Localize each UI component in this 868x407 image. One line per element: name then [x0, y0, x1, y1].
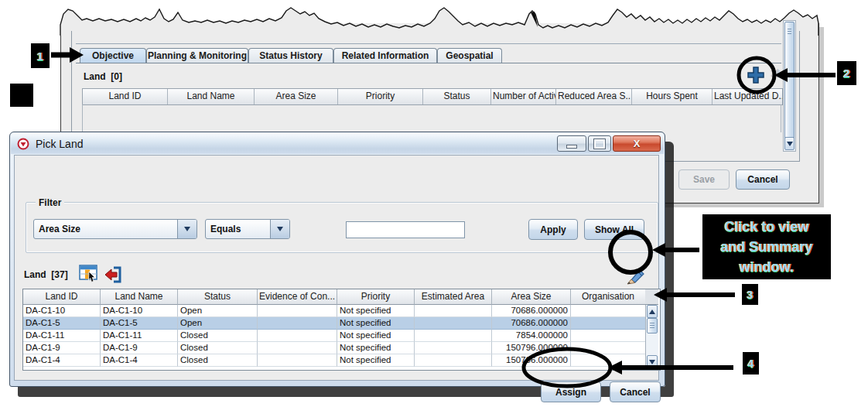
apply-button[interactable]: Apply — [528, 219, 578, 240]
table-row[interactable]: DA-C1-11 DA-C1-11 Closed Not specified 7… — [23, 330, 645, 342]
table-scrollbar-down-button[interactable] — [647, 355, 658, 368]
tab-objective-label: Objective — [92, 50, 134, 61]
annotation-step-1: 1 — [31, 43, 50, 68]
table-scrollbar-thumb[interactable] — [647, 318, 658, 333]
cell-estimated-area — [415, 354, 492, 367]
combo-arrow-button[interactable] — [270, 220, 289, 238]
main-col-status[interactable]: Status — [423, 89, 491, 104]
tab-geospatial[interactable]: Geospatial — [437, 48, 502, 63]
cell-land-id: DA-C1-11 — [23, 330, 101, 342]
cell-priority: Not specified — [337, 342, 415, 354]
filter-operator-combobox[interactable]: Equals — [205, 219, 290, 239]
col-land-id[interactable]: Land ID — [23, 289, 101, 305]
minimize-button[interactable] — [557, 135, 586, 152]
tab-status-history-label: Status History — [259, 50, 322, 61]
cell-evidence — [258, 330, 337, 342]
main-land-count-label: Land [0] — [84, 71, 122, 82]
cell-evidence — [258, 317, 337, 330]
step-3-number: 3 — [747, 289, 754, 301]
cell-status: Closed — [178, 330, 258, 342]
cell-status: Open — [178, 305, 258, 317]
col-organisation[interactable]: Organisation — [571, 289, 645, 305]
table-row[interactable]: DA-C1-10 DA-C1-10 Open Not specified 706… — [23, 305, 645, 317]
edit-pencil-icon[interactable] — [625, 264, 647, 287]
chevron-down-icon — [184, 227, 190, 231]
filter-field-combobox[interactable]: Area Size — [33, 219, 197, 239]
cell-area-size: 70686.000000 — [492, 317, 571, 330]
filter-field-value: Area Size — [34, 220, 177, 238]
add-land-button[interactable] — [745, 64, 767, 86]
main-col-number-activities[interactable]: Number of Activi... — [491, 89, 556, 104]
col-status[interactable]: Status — [178, 289, 258, 305]
table-scrollbar[interactable] — [645, 305, 658, 368]
step-4-number: 4 — [748, 357, 754, 370]
scrollbar-grip — [650, 323, 654, 328]
cell-organisation — [571, 330, 645, 342]
col-evidence[interactable]: Evidence of Con... — [258, 289, 337, 305]
land-table-rows: DA-C1-10 DA-C1-10 Open Not specified 706… — [23, 305, 645, 368]
cell-status: Closed — [178, 342, 258, 354]
dialog-land-word: Land — [24, 269, 46, 280]
main-land-count: [0] — [111, 71, 122, 82]
main-scrollbar-thumb[interactable] — [784, 22, 795, 139]
down-arrow-icon — [787, 142, 793, 146]
table-scrollbar-up-button[interactable] — [647, 305, 658, 318]
dialog-land-count-label: Land [37] — [24, 269, 68, 280]
cell-status: Closed — [178, 354, 258, 367]
remove-land-icon[interactable]: ✖ — [770, 66, 781, 82]
filter-operator-value: Equals — [206, 220, 270, 238]
panel-divider — [76, 43, 781, 44]
main-cancel-button[interactable]: Cancel — [736, 169, 790, 190]
show-all-button[interactable]: Show All — [584, 219, 644, 240]
cell-estimated-area — [415, 317, 492, 330]
cell-area-size: 150796.000000 — [492, 354, 571, 367]
torn-edge-decoration — [54, 2, 822, 37]
step-1-number: 1 — [37, 50, 43, 63]
annotation-black-square — [10, 84, 33, 107]
col-land-name[interactable]: Land Name — [101, 289, 178, 305]
minimize-icon — [567, 145, 576, 148]
main-col-area-size[interactable]: Area Size — [255, 89, 338, 104]
dialog-titlebar[interactable]: Pick Land X — [11, 133, 664, 154]
main-col-last-updated[interactable]: Last Updated D... — [713, 89, 782, 104]
col-priority[interactable]: Priority — [337, 289, 415, 305]
combo-arrow-button[interactable] — [177, 220, 196, 238]
main-col-land-id[interactable]: Land ID — [83, 89, 168, 104]
assign-label: Assign — [555, 387, 586, 398]
assign-button[interactable]: Assign — [541, 381, 601, 402]
main-col-hours-spent[interactable]: Hours Spent — [632, 89, 713, 104]
table-row[interactable]: DA-C1-9 DA-C1-9 Closed Not specified 150… — [23, 342, 645, 354]
assign-back-arrow-icon[interactable] — [104, 265, 123, 284]
cell-estimated-area — [415, 330, 492, 342]
tab-objective[interactable]: Objective — [80, 48, 146, 63]
close-button[interactable]: X — [613, 135, 661, 152]
tab-related-information[interactable]: Related Information — [333, 48, 437, 63]
main-col-land-name[interactable]: Land Name — [168, 89, 255, 104]
cell-priority: Not specified — [337, 330, 415, 342]
col-area-size[interactable]: Area Size — [492, 289, 571, 305]
main-scrollbar[interactable] — [783, 20, 796, 152]
tab-planning-monitoring[interactable]: Planning & Monitoring — [146, 48, 248, 63]
cell-organisation — [571, 317, 645, 330]
annotation-step-2: 2 — [837, 61, 856, 85]
maximize-button[interactable] — [588, 135, 611, 152]
table-row[interactable]: DA-C1-4 DA-C1-4 Closed Not specified 150… — [23, 354, 645, 367]
up-arrow-icon — [649, 310, 655, 314]
cell-land-id: DA-C1-5 — [23, 317, 101, 330]
main-col-priority[interactable]: Priority — [338, 89, 423, 104]
note-line-1: Click to view — [702, 217, 831, 237]
cell-organisation — [571, 342, 645, 354]
filter-legend: Filter — [36, 197, 64, 208]
main-scrollbar-down-button[interactable] — [784, 137, 795, 150]
save-button[interactable]: Save — [678, 169, 730, 190]
view-land-table-icon[interactable] — [79, 264, 100, 284]
table-row-selected[interactable]: DA-C1-5 DA-C1-5 Open Not specified 70686… — [23, 317, 645, 330]
cell-status: Open — [178, 317, 258, 330]
main-col-reduced-area[interactable]: Reduced Area S.. — [556, 89, 632, 104]
tab-underline — [76, 63, 781, 63]
screenshot-canvas: Objective Planning & Monitoring Status H… — [0, 0, 868, 407]
filter-value-input[interactable] — [346, 221, 465, 238]
tab-status-history[interactable]: Status History — [248, 48, 333, 63]
dialog-cancel-button[interactable]: Cancel — [610, 381, 661, 402]
col-estimated-area[interactable]: Estimated Area — [415, 289, 492, 305]
